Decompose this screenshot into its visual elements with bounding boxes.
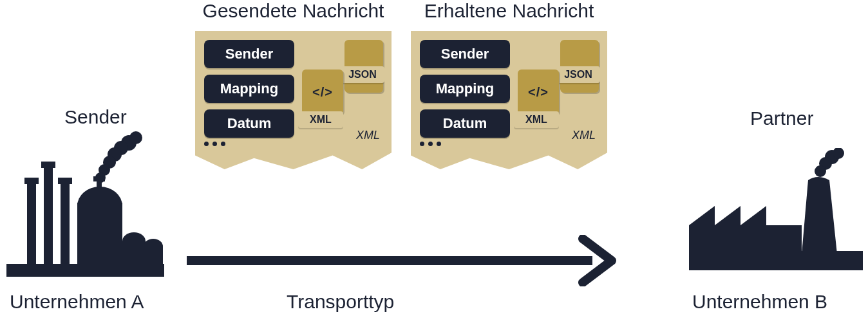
partner-role-label: Partner [750, 107, 813, 129]
svg-rect-21 [6, 264, 164, 277]
sent-message-title: Gesendete Nachricht [195, 0, 392, 22]
svg-point-25 [815, 165, 826, 177]
svg-rect-27 [689, 225, 802, 254]
svg-point-6 [129, 131, 142, 144]
json-badge: JSON [341, 66, 384, 83]
svg-rect-14 [77, 203, 122, 270]
svg-rect-10 [41, 162, 55, 168]
json-badge: JSON [556, 66, 600, 83]
card-format-label: XML [356, 129, 380, 142]
field-pill: Mapping [204, 75, 294, 103]
received-message-title: Erhaltene Nachricht [411, 0, 607, 22]
company-b-name: Unternehmen B [692, 291, 827, 313]
transport-arrow-icon [187, 235, 618, 286]
ellipsis-icon [420, 142, 441, 146]
sent-message-card: Sender Mapping Datum JSON </> XML XML [195, 31, 392, 169]
svg-rect-7 [27, 180, 36, 270]
field-pill: Datum [420, 109, 510, 138]
company-a-name: Unternehmen A [10, 291, 144, 313]
svg-rect-11 [61, 180, 70, 270]
transport-type-label: Transporttyp [287, 291, 394, 313]
factory-b-icon [689, 148, 863, 277]
factory-a-icon [6, 129, 164, 277]
svg-rect-12 [58, 178, 72, 184]
xml-badge: XML [514, 111, 559, 128]
svg-rect-15 [97, 179, 102, 198]
xml-badge: XML [298, 111, 343, 128]
svg-rect-28 [689, 251, 863, 270]
xml-doc-icon: </> [518, 70, 559, 115]
xml-doc-icon: </> [302, 70, 343, 115]
svg-rect-9 [44, 164, 53, 270]
field-pill: Mapping [420, 75, 510, 103]
svg-rect-8 [24, 178, 39, 184]
received-message-card: Sender Mapping Datum JSON </> XML XML [411, 31, 607, 169]
svg-rect-16 [93, 176, 105, 181]
field-pill: Datum [204, 109, 294, 138]
field-pill: Sender [420, 40, 510, 68]
sender-role-label: Sender [64, 106, 127, 128]
field-pill: Sender [204, 40, 294, 68]
ellipsis-icon [204, 142, 225, 146]
card-format-label: XML [572, 129, 596, 142]
